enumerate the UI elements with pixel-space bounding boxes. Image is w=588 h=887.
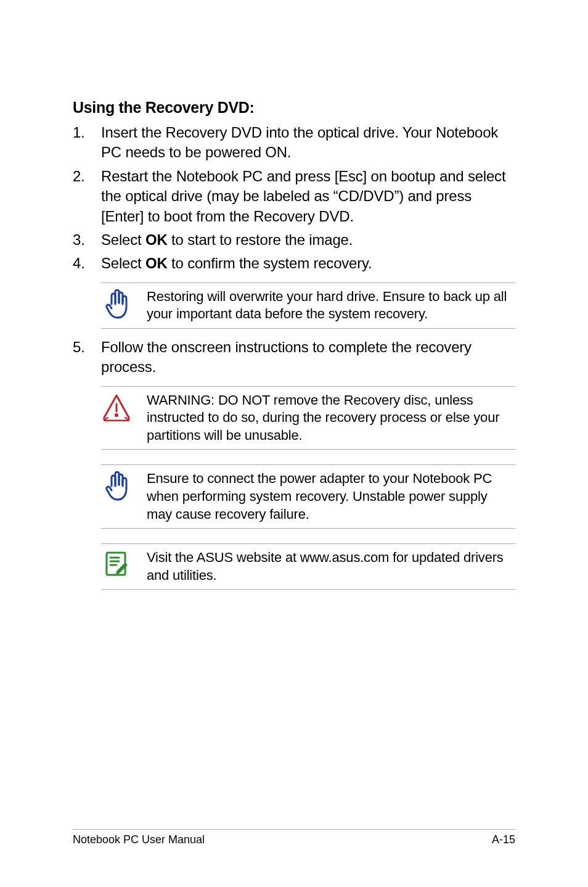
step-2: 2. Restart the Notebook PC and press [Es… — [73, 167, 515, 226]
footer-page-number: A-15 — [492, 833, 515, 846]
step-4: 4. Select OK to confirm the system recov… — [73, 254, 515, 273]
step-text: Insert the Recovery DVD into the optical… — [101, 124, 498, 160]
callout-important-2: Ensure to connect the power adapter to y… — [101, 464, 515, 529]
step-number: 5. — [73, 337, 85, 357]
svg-rect-2 — [107, 553, 125, 575]
warning-icon — [101, 392, 132, 421]
step-text-pre: Select — [101, 255, 145, 271]
step-text-post: to start to restore the image. — [168, 231, 353, 248]
step-5: 5. Follow the onscreen instructions to c… — [73, 337, 515, 377]
hand-icon — [101, 288, 132, 320]
step-number: 4. — [73, 254, 85, 273]
steps-list-continued: 5. Follow the onscreen instructions to c… — [73, 337, 515, 377]
step-number: 2. — [73, 167, 85, 186]
step-number: 3. — [73, 230, 85, 250]
callout-text: Visit the ASUS website at www.asus.com f… — [147, 549, 515, 584]
callout-important-1: Restoring will overwrite your hard drive… — [101, 283, 515, 329]
steps-list: 1. Insert the Recovery DVD into the opti… — [73, 123, 515, 274]
step-text-pre: Select — [101, 231, 145, 248]
callout-note: Visit the ASUS website at www.asus.com f… — [101, 543, 515, 590]
svg-point-1 — [116, 414, 118, 416]
step-3: 3. Select OK to start to restore the ima… — [73, 230, 515, 250]
callout-text: Restoring will overwrite your hard drive… — [147, 288, 515, 323]
footer-title: Notebook PC User Manual — [73, 833, 205, 846]
step-text: Follow the onscreen instructions to comp… — [101, 339, 472, 375]
section-heading: Using the Recovery DVD: — [73, 99, 515, 117]
callout-text: Ensure to connect the power adapter to y… — [147, 470, 515, 523]
note-icon — [101, 549, 132, 577]
callout-text: WARNING: DO NOT remove the Recovery disc… — [147, 392, 515, 445]
page-footer: Notebook PC User Manual A-15 — [73, 829, 515, 846]
callout-warning: WARNING: DO NOT remove the Recovery disc… — [101, 386, 515, 450]
hand-icon — [101, 470, 132, 502]
step-text-post: to confirm the system recovery. — [168, 255, 372, 271]
step-text-bold: OK — [145, 231, 168, 248]
step-text-bold: OK — [145, 255, 168, 271]
step-1: 1. Insert the Recovery DVD into the opti… — [73, 123, 515, 163]
step-text: Restart the Notebook PC and press [Esc] … — [101, 168, 505, 225]
step-number: 1. — [73, 123, 85, 142]
